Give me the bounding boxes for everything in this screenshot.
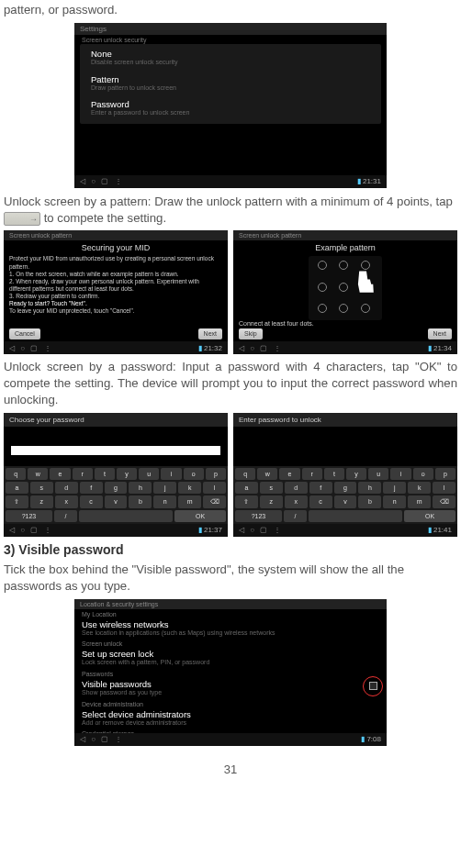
screenshot-pattern-instructions: Screen unlock pattern Securing your MID … [4,230,228,354]
ss1-item-none: None Disable screen unlock security [84,46,377,72]
screenshot-unlock-options: Settings Screen unlock security None Dis… [74,23,387,188]
cancel-button: Cancel [9,328,40,339]
kb-row-1: qwertyuiop [6,468,226,480]
item-device-admins: Select device administrators Add or remo… [74,708,387,729]
kb-row-3: ⇧zxcvbnm⌫ [6,495,226,508]
next-button-icon [4,212,40,226]
ss-last-clock: ▮ 7:08 [361,735,381,743]
ss-pr-heading: Example pattern [233,240,457,255]
next-button-2: Next [428,328,452,339]
skip-button: Skip [239,328,263,339]
item-visible-passwords: Visible passwords Show password as you t… [74,678,387,699]
screenshot-enter-password: Enter password to unlock qwertyuiop asdf… [233,413,457,537]
ss-last-crumb: Location & security settings [74,599,387,609]
ss-pl-clock: ▮ 21:32 [198,344,222,352]
para-visible-password: Tick the box behind the "Visible passwor… [4,562,457,595]
item-screen-lock: Set up screen lock Lock screen with a pa… [74,648,387,669]
ss1-title: Settings [74,23,387,35]
kb-row-2: asdfghjkl [6,482,226,494]
ss-choosepw-header: Choose your password [4,413,228,427]
heading-visible-password: 3) Visible password [4,542,457,557]
ok-key: OK [404,510,455,522]
kb-row-4: ?123/OK [6,510,226,522]
nav-icons: ◁ ○ ▢ ⋮ [80,177,124,185]
ss-cpw-clock: ▮ 21:37 [198,526,222,534]
ss1-item-pattern: Pattern Draw pattern to unlock screen [84,72,377,97]
screenshot-choose-password: Choose your password qwertyuiop asdfghjk… [4,413,228,537]
ss1-section: Screen unlock security [74,35,387,44]
para-pattern: Unlock screen by a pattern: Draw the unl… [4,194,457,227]
screenshot-visible-password: Location & security settings My Location… [74,599,387,746]
keyboard: qwertyuiop asdfghjkl ⇧zxcvbnm⌫ ?123/OK [4,466,228,524]
highlight-circle-icon [363,676,383,696]
screenshot-pair-password: Choose your password qwertyuiop asdfghjk… [4,413,457,537]
ss1-item-password: Password Enter a password to unlock scre… [84,96,377,122]
screenshot-pair-pattern: Screen unlock pattern Securing your MID … [4,230,457,354]
keyboard-2: qwertyuiop asdfghjkl ⇧zxcvbnm⌫ ?123/OK [233,466,457,524]
next-button: Next [198,328,222,339]
ss-epw-clock: ▮ 21:41 [428,526,452,534]
password-field [11,446,220,455]
screenshot-example-pattern: Screen unlock pattern Example pattern Co… [233,230,457,354]
ss-enterpw-header: Enter password to unlock [233,413,457,427]
ss-pr-hint: Connect at least four dots. [239,320,314,327]
ss1-clock: ▮ 21:31 [357,177,381,185]
ss-pr-clock: ▮ 21:34 [428,344,452,352]
page-number: 31 [4,762,457,776]
intro-fragment: pattern, or password. [4,2,457,18]
item-wireless: Use wireless networks See location in ap… [74,618,387,640]
ss-pl-heading: Securing your MID [4,240,228,255]
para-password: Unlock screen by a password: Input a pas… [4,359,457,407]
